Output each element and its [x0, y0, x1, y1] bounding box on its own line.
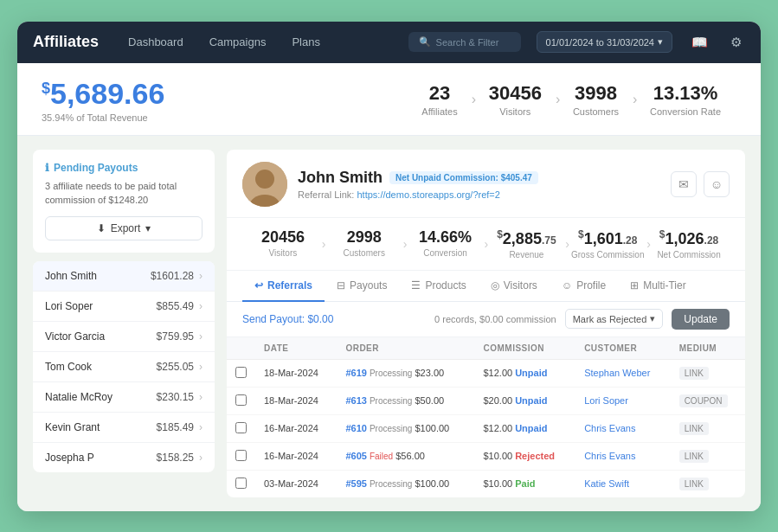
tab-profile[interactable]: ☺ Profile — [550, 271, 618, 302]
customer-link[interactable]: Chris Evans — [584, 423, 635, 433]
row-commission: $12.00 Unpaid — [474, 414, 575, 442]
affiliate-item[interactable]: John Smith $1601.28 › — [33, 261, 215, 292]
nav-dashboard[interactable]: Dashboard — [123, 32, 189, 52]
row-date: 16-Mar-2024 — [255, 414, 337, 442]
row-order: #595 Processing $100.00 — [337, 470, 474, 497]
download-icon: ⬇ — [97, 222, 106, 234]
profile-icon: ☺ — [562, 279, 572, 292]
affiliate-item[interactable]: Tom Cook $255.05 › — [33, 352, 215, 382]
profile-button[interactable]: ☺ — [704, 171, 730, 197]
table-row: 18-Mar-2024 #613 Processing $50.00 $20.0… — [227, 387, 745, 414]
info-icon: ℹ — [45, 162, 49, 174]
row-checkbox[interactable] — [227, 387, 255, 414]
row-checkbox[interactable] — [227, 359, 255, 387]
order-link[interactable]: #605 — [345, 451, 366, 461]
row-date: 18-Mar-2024 — [255, 387, 337, 414]
tab-referrals[interactable]: ↩ Referrals — [242, 271, 325, 302]
tab-products[interactable]: ☰ Products — [399, 271, 478, 302]
row-customer: Chris Evans — [575, 442, 670, 470]
row-customer: Lori Soper — [575, 387, 670, 414]
app-window: Affiliates Dashboard Campaigns Plans 🔍 S… — [17, 22, 761, 511]
chevron-right-icon: › — [199, 361, 203, 373]
multitier-icon: ⊞ — [630, 279, 639, 292]
row-checkbox[interactable] — [227, 442, 255, 470]
stat-visitors: 30456 Visitors — [473, 82, 557, 117]
row-order: #619 Processing $23.00 — [337, 359, 474, 387]
row-checkbox[interactable] — [227, 470, 255, 497]
export-button[interactable]: ⬇ Export ▾ — [45, 216, 203, 240]
customer-link[interactable]: Katie Swift — [584, 478, 629, 489]
referral-link: Referral Link: https://demo.storeapps.or… — [298, 189, 660, 200]
row-medium: LINK — [671, 414, 745, 442]
pending-payouts-box: ℹ Pending Payouts 3 affiliate needs to b… — [33, 150, 215, 253]
mark-as-select[interactable]: Mark as Rejected ▾ — [565, 309, 664, 329]
nav-campaigns[interactable]: Campaigns — [204, 32, 272, 52]
row-medium: LINK — [671, 470, 745, 497]
send-payout-link[interactable]: Send Payout: $0.00 — [242, 313, 333, 325]
tab-payouts[interactable]: ⊟ Payouts — [325, 271, 399, 302]
update-button[interactable]: Update — [672, 309, 730, 330]
affiliate-item[interactable]: Victor Garcia $759.95 › — [33, 322, 215, 352]
search-placeholder: Search & Filter — [436, 37, 499, 48]
table-row: 16-Mar-2024 #605 Failed $56.00 $10.00 Re… — [227, 442, 745, 470]
row-medium: LINK — [671, 359, 745, 387]
gear-icon[interactable]: ⚙ — [727, 33, 745, 52]
date-range-picker[interactable]: 01/01/2024 to 31/03/2024 ▾ — [537, 31, 672, 53]
row-date: 03-Mar-2024 — [255, 470, 337, 497]
affiliate-info: John Smith Net Unpaid Commission: $405.4… — [298, 169, 660, 200]
customer-link[interactable]: Lori Soper — [584, 395, 628, 406]
affiliate-item[interactable]: Kevin Grant $185.49 › — [33, 413, 215, 443]
table-row: 03-Mar-2024 #595 Processing $100.00 $10.… — [227, 470, 745, 497]
order-link[interactable]: #613 — [345, 395, 366, 406]
row-customer: Chris Evans — [575, 414, 670, 442]
date-header: DATE — [255, 337, 337, 360]
records-info: 0 records, $0.00 commission — [434, 314, 556, 324]
affiliate-stats-row: 20456 Visitors 2998 Customers 14.66% Con… — [227, 218, 745, 271]
stats-right: 23 Affiliates 30456 Visitors 3998 Custom… — [406, 82, 736, 117]
customer-link[interactable]: Chris Evans — [584, 451, 635, 461]
stat-affiliates: 23 Affiliates — [406, 82, 473, 117]
nav-plans[interactable]: Plans — [286, 32, 325, 52]
affiliate-header: John Smith Net Unpaid Commission: $405.4… — [227, 150, 745, 218]
tab-multitier[interactable]: ⊞ Multi-Tier — [618, 271, 698, 302]
search-box[interactable]: 🔍 Search & Filter — [408, 32, 521, 52]
order-header: ORDER — [337, 337, 474, 360]
order-link[interactable]: #610 — [345, 423, 366, 433]
table-row: 18-Mar-2024 #619 Processing $23.00 $12.0… — [227, 359, 745, 387]
affiliate-item[interactable]: Lori Soper $855.49 › — [33, 292, 215, 322]
stat-customers: 3998 Customers — [557, 82, 634, 117]
main-stat-value: $5,689.66 — [42, 77, 215, 111]
right-panel: John Smith Net Unpaid Commission: $405.4… — [227, 150, 745, 497]
order-link[interactable]: #595 — [345, 478, 366, 489]
affiliate-name: John Smith Net Unpaid Commission: $405.4… — [298, 169, 660, 187]
customer-header: CUSTOMER — [575, 337, 670, 360]
stats-bar: $5,689.66 35.94% of Total Revenue 23 Aff… — [17, 63, 761, 136]
row-customer: Stephan Weber — [575, 359, 670, 387]
table-toolbar: Send Payout: $0.00 0 records, $0.00 comm… — [227, 302, 745, 337]
app-title: Affiliates — [33, 33, 99, 51]
affiliate-item[interactable]: Natalie McRoy $230.15 › — [33, 382, 215, 413]
stat-customers: 2998 Customers — [324, 228, 405, 260]
email-button[interactable]: ✉ — [671, 171, 697, 197]
date-range-value: 01/01/2024 to 31/03/2024 — [546, 37, 654, 48]
affiliate-item[interactable]: Josepha P $158.25 › — [33, 443, 215, 472]
commission-header: COMMISSION — [474, 337, 575, 360]
chevron-down-icon: ▾ — [650, 313, 655, 324]
search-icon: 🔍 — [419, 36, 431, 48]
sidebar: ℹ Pending Payouts 3 affiliate needs to b… — [33, 150, 215, 497]
check-header — [227, 337, 255, 360]
row-order: #610 Processing $100.00 — [337, 414, 474, 442]
referral-url[interactable]: https://demo.storeapps.org/?ref=2 — [357, 189, 499, 200]
chevron-right-icon: › — [199, 452, 203, 464]
chevron-down-icon: ▾ — [658, 36, 663, 48]
tab-visitors[interactable]: ◎ Visitors — [479, 271, 550, 302]
customer-link[interactable]: Stephan Weber — [584, 368, 650, 378]
book-icon[interactable]: 📖 — [688, 33, 711, 52]
pending-desc: 3 affiliate needs to be paid total commi… — [45, 179, 203, 208]
row-medium: LINK — [671, 442, 745, 470]
row-commission: $10.00 Paid — [474, 470, 575, 497]
row-medium: COUPON — [671, 387, 745, 414]
order-link[interactable]: #619 — [345, 368, 366, 378]
row-checkbox[interactable] — [227, 414, 255, 442]
header-actions: ✉ ☺ — [671, 171, 730, 197]
